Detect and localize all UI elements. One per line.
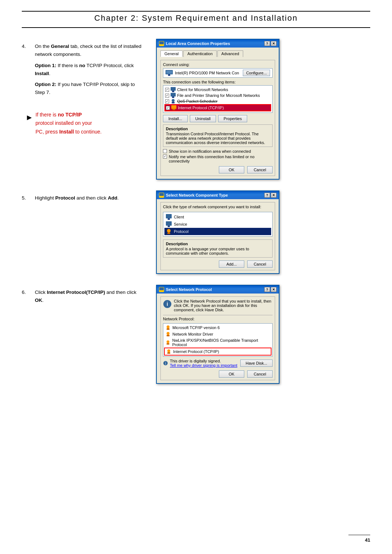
item-qos-checkbox[interactable]: [165, 99, 169, 103]
show-icon-checkbox[interactable]: [163, 149, 167, 153]
dialog-3-ok-btn[interactable]: OK: [219, 370, 244, 378]
dialog-3-controls[interactable]: ? ✕: [264, 287, 277, 292]
step-6-row: 6. Click Internet Protocol(TCP/IP) and t…: [22, 285, 370, 384]
component-client-label: Client: [174, 215, 184, 219]
step-5-p1: Highlight Protocol and then click Add.: [35, 194, 119, 202]
step-4-p1: On the General tab, check out the list o…: [35, 42, 145, 59]
svg-rect-22: [159, 291, 164, 292]
highlight-text: If there is no TCP/IP protocol installed…: [36, 111, 102, 136]
dialog-3-help-btn[interactable]: ?: [264, 287, 270, 292]
dialog-1-controls[interactable]: ? ✕: [264, 41, 277, 46]
svg-rect-5: [171, 87, 176, 91]
step-4-highlight: ◄ If there is no TCP/IP protocol install…: [25, 111, 145, 136]
install-btn[interactable]: Install...: [163, 115, 188, 122]
dialog-3-wrapper: Select Network Protocol ? ✕ i Click the …: [156, 285, 370, 384]
connect-using-row: Intel(R) PRO/1000 PM Network Con Configu…: [163, 68, 273, 78]
tell-me-link[interactable]: Tell me why driver signing is important: [170, 363, 237, 368]
dialog-3-cancel-btn[interactable]: Cancel: [247, 370, 273, 378]
component-client[interactable]: Client: [164, 213, 271, 221]
configure-btn[interactable]: Configure...: [243, 70, 270, 76]
protocol-tcpipv6[interactable]: Microsoft TCP/IP version 6: [164, 324, 271, 331]
dialog-2-controls[interactable]: ? ✕: [264, 193, 277, 198]
protocol-tcpip-icon: [166, 349, 171, 354]
svg-rect-30: [167, 343, 170, 345]
protocol-tcpip-label: Internet Protocol (TCP/IP): [173, 349, 219, 354]
uninstall-btn[interactable]: Uninstall: [190, 115, 216, 122]
step-5-row: 5. Highlight Protocol and then click Add…: [22, 190, 370, 274]
description-box-2: Description A protocol is a language you…: [163, 239, 273, 258]
page-number: 41: [365, 537, 370, 543]
dialog-1-btn-row: Install... Uninstall Properties: [163, 115, 273, 122]
have-disk-btn[interactable]: Have Disk...: [240, 360, 273, 367]
have-disk-row: i This driver is digitally signed. Tell …: [163, 359, 273, 368]
page-footer: 41: [348, 535, 370, 543]
svg-rect-18: [168, 226, 170, 227]
step-6-content: Click Internet Protocol(TCP/IP) and then…: [35, 288, 145, 308]
step-5-text: 5. Highlight Protocol and then click Add…: [22, 190, 145, 205]
item-client: Client for Microsoft Networks: [164, 87, 271, 93]
item-qos-label: QoS Packet Scheduler: [177, 99, 217, 103]
item-sharing-label: File and Printer Sharing for Microsoft N…: [177, 93, 260, 98]
svg-rect-4: [168, 74, 170, 76]
dialog-3-instruction-row: i Click the Network Protocol that you wa…: [163, 299, 273, 312]
svg-text:i: i: [167, 301, 168, 307]
dialog-2-titlebar: Select Network Component Type ? ✕: [157, 191, 279, 199]
dialog-2-add-btn[interactable]: Add...: [219, 260, 244, 268]
desc-text-2: A protocol is a language your computer u…: [166, 247, 249, 255]
step-6-p1: Click Internet Protocol(TCP/IP) and then…: [35, 288, 145, 305]
dialog-1-help-btn[interactable]: ?: [264, 41, 270, 46]
properties-btn[interactable]: Properties: [218, 115, 247, 122]
dialog-2-icon: [159, 193, 164, 198]
protocol-monitor[interactable]: Network Monitor Driver: [164, 331, 271, 337]
service-component-icon: [166, 221, 172, 227]
item-tcpip-checkbox[interactable]: [166, 106, 170, 110]
protocol-nwlink-label: NwLink IPX/SPX/NetBIOS Compatible Transp…: [172, 338, 270, 347]
dialog-3-title: Select Network Protocol: [166, 287, 212, 292]
svg-rect-7: [171, 93, 176, 97]
show-icon-row: Show icon in notification area when conn…: [163, 149, 273, 153]
tab-advanced[interactable]: Advanced: [217, 50, 243, 57]
svg-rect-0: [159, 41, 164, 44]
dialog-2-cancel-btn[interactable]: Cancel: [247, 260, 273, 268]
dialog-1-ok-cancel: OK Cancel: [163, 166, 273, 173]
svg-rect-32: [167, 352, 170, 354]
component-protocol[interactable]: Protocol: [164, 228, 271, 235]
item-client-checkbox[interactable]: [165, 88, 169, 92]
component-service[interactable]: Service: [164, 221, 271, 228]
dialog-3-close-btn[interactable]: ✕: [271, 287, 277, 292]
dialog-1-body: Connect using: Intel(R) PRO/1000 PM Netw…: [160, 60, 275, 176]
svg-rect-8: [172, 97, 174, 98]
chapter-title: Chapter 2: System Requirement and Instal…: [22, 13, 370, 28]
tab-authentication[interactable]: Authentication: [183, 50, 217, 57]
svg-rect-26: [167, 328, 170, 330]
dialog-2-help-btn[interactable]: ?: [264, 193, 270, 198]
step-4-text: 4. On the General tab, check out the lis…: [22, 39, 145, 136]
protocol-monitor-icon: [166, 332, 171, 337]
arrow-icon: ◄: [25, 111, 33, 124]
svg-rect-16: [168, 218, 170, 220]
items-label: This connection uses the following items…: [163, 80, 273, 84]
page-container: Chapter 2: System Requirement and Instal…: [0, 0, 392, 554]
dialog-3-body: i Click the Network Protocol that you wa…: [160, 296, 275, 380]
client-component-icon: [166, 214, 172, 220]
desc-label-2: Description: [166, 242, 270, 246]
dialog-1-ok-btn[interactable]: OK: [219, 166, 244, 173]
svg-rect-28: [167, 335, 170, 336]
svg-rect-3: [166, 71, 172, 74]
protocol-nwlink[interactable]: NwLink IPX/SPX/NetBIOS Compatible Transp…: [164, 337, 271, 348]
dialog-1-cancel-btn[interactable]: Cancel: [247, 166, 273, 173]
step-4-p2: Option 1: If there is no TCP/IP Protocol…: [35, 62, 145, 78]
dialog-2-close-btn[interactable]: ✕: [271, 193, 277, 198]
step-4-p3: Option 2: If you have TCP/IP Protocol, s…: [35, 81, 145, 97]
protocol-tcpip[interactable]: Internet Protocol (TCP/IP): [164, 348, 271, 356]
tab-general[interactable]: General: [160, 50, 183, 57]
qos-icon: [171, 99, 176, 104]
dialog-1-close-btn[interactable]: ✕: [271, 41, 277, 46]
item-tcpip: Internet Protocol (TCP/IP): [164, 104, 271, 111]
dialog-3-ok-cancel: OK Cancel: [163, 370, 273, 378]
item-sharing-checkbox[interactable]: [165, 94, 169, 98]
item-tcpip-label: Internet Protocol (TCP/IP): [178, 106, 224, 110]
notify-checkbox[interactable]: [163, 155, 167, 159]
svg-rect-11: [171, 105, 176, 109]
description-box-1: Description Transmission Control Protoco…: [163, 124, 273, 147]
